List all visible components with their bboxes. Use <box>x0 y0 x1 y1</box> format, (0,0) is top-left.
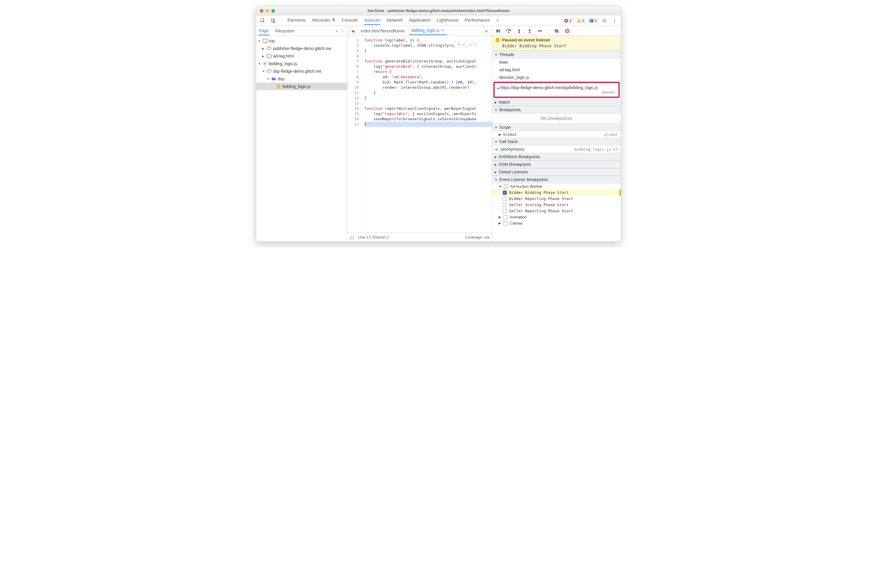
debugger-panel: Paused on event listener Bidder Bidding … <box>492 26 621 242</box>
thread-bidding-logic-highlighted[interactable]: ➔ https://dsp-fledge-demo.glitch.me/dsp/… <box>493 82 620 98</box>
checkbox-mixed-icon[interactable]: – <box>504 184 508 189</box>
tab-lighthouse[interactable]: Lighthouse <box>437 16 458 25</box>
section-watch[interactable]: ▶Watch <box>492 98 621 106</box>
tab-elements[interactable]: Elements <box>287 16 306 25</box>
svg-rect-14 <box>267 54 271 58</box>
navigator-panel: Page Filesystem » ⋮ ▼top ▶publisher-fled… <box>256 26 347 242</box>
checkbox-icon[interactable] <box>503 209 507 213</box>
navigator-overflow-icon[interactable]: » <box>335 28 338 33</box>
tab-filesystem[interactable]: Filesystem <box>275 27 295 35</box>
nav-back-icon[interactable]: ◀ <box>349 27 356 34</box>
evbp-cat-canvas[interactable]: ▶Canvas <box>492 220 621 226</box>
settings-icon[interactable] <box>600 16 609 25</box>
section-threads[interactable]: ▼Threads <box>492 51 621 58</box>
titlebar: DevTools - publisher-fledge-demo.glitch.… <box>256 6 621 15</box>
evbp-seller-scoring-start[interactable]: Seller Scoring Phase Start <box>492 202 621 208</box>
callstack-frame[interactable]: ➔(anonymous)bidding_logic.js:17 <box>492 146 621 153</box>
svg-point-20 <box>538 30 539 31</box>
resume-icon[interactable] <box>495 27 502 34</box>
deactivate-breakpoints-icon[interactable] <box>553 27 560 34</box>
code-editor[interactable]: 1 2 3 4 5 6 7 8 9 10 11 12 13 14 15 16 1… <box>347 36 492 233</box>
checkbox-icon[interactable] <box>503 203 507 207</box>
step-over-icon[interactable] <box>505 27 512 34</box>
gear-icon <box>263 61 267 66</box>
editor-tab-bidding-logic[interactable]: bidding_logic.js✕ <box>409 27 447 35</box>
editor-statusbar: { } Line 17, Column 2 Coverage: n/a <box>347 233 492 242</box>
warning-count-badge[interactable]: 1 <box>575 18 586 23</box>
thread-decision[interactable]: decision_logic.js <box>492 74 621 81</box>
evbp-cat-animation[interactable]: ▶Animation <box>492 214 621 220</box>
tab-performance[interactable]: Performance <box>465 16 490 25</box>
section-event-listener-bp[interactable]: ▼Event Listener Breakpoints <box>492 176 621 183</box>
editor-tabs: ◀ index.html?fencedframe bidding_logic.j… <box>347 26 492 36</box>
tree-folder-dsp[interactable]: ▼dsp <box>256 75 347 82</box>
main-toolbar: Elements Recorder ⚗ Console Sources Netw… <box>256 15 621 26</box>
maximize-window-icon[interactable] <box>271 9 275 12</box>
line-gutter: 1 2 3 4 5 6 7 8 9 10 11 12 13 14 15 16 1… <box>347 36 362 233</box>
pause-exceptions-icon[interactable] <box>564 27 571 34</box>
more-icon[interactable] <box>610 16 618 25</box>
debugger-toolbar <box>492 26 621 36</box>
checkbox-icon[interactable] <box>503 215 507 219</box>
section-callstack[interactable]: ▼Call Stack <box>492 138 621 146</box>
checkbox-icon[interactable] <box>503 197 507 201</box>
svg-point-18 <box>519 32 520 33</box>
step-icon[interactable] <box>537 27 544 34</box>
evbp-bidder-reporting-start[interactable]: Bidder Reporting Phase Start <box>492 196 621 202</box>
section-xhr[interactable]: ▶XHR/fetch Breakpoints <box>492 153 621 160</box>
nav-forward-icon[interactable]: ▶ <box>483 27 490 34</box>
tabs-overflow-icon[interactable]: » <box>496 16 499 25</box>
tab-console[interactable]: Console <box>341 16 358 25</box>
evbp-bidder-bidding-start[interactable]: ✓Bidder Bidding Phase Start <box>492 189 621 196</box>
tab-page[interactable]: Page <box>259 27 269 35</box>
current-thread-arrow-icon: ➔ <box>496 86 500 90</box>
section-breakpoints[interactable]: ▼Breakpoints <box>492 106 621 114</box>
inspect-icon[interactable] <box>259 16 267 25</box>
issues-count-badge[interactable]: 1 <box>588 18 599 23</box>
thread-adtag[interactable]: ad-tag.html <box>492 66 621 74</box>
error-count-badge[interactable]: 1 <box>563 18 573 23</box>
section-scope[interactable]: ▼Scope <box>492 123 621 131</box>
folder-icon <box>271 76 276 81</box>
checkbox-icon[interactable] <box>503 221 507 225</box>
svg-rect-5 <box>579 21 579 22</box>
tree-origin-dsp[interactable]: ▼dsp-fledge-demo.glitch.me <box>256 68 347 75</box>
step-out-icon[interactable] <box>526 27 533 34</box>
panel-tabs: Elements Recorder ⚗ Console Sources Netw… <box>287 16 560 25</box>
evbp-cat-ad-auction[interactable]: ▼–Ad Auction Worklet <box>492 183 621 189</box>
tab-sources[interactable]: Sources <box>364 16 380 25</box>
step-into-icon[interactable] <box>516 27 523 34</box>
info-icon <box>495 38 500 42</box>
svg-rect-8 <box>590 21 591 21</box>
checkbox-checked-icon[interactable]: ✓ <box>503 190 507 195</box>
scope-global[interactable]: ▶ Globalglobal <box>492 131 621 138</box>
tree-file-bidding-logic[interactable]: bidding_logic.js <box>256 82 347 90</box>
editor-tab-index[interactable]: index.html?fencedframe <box>358 27 407 34</box>
evbp-seller-reporting-start[interactable]: Seller Reporting Phase Start <box>492 208 621 214</box>
svg-point-19 <box>530 32 530 33</box>
js-file-icon <box>276 84 281 89</box>
svg-rect-22 <box>566 30 567 32</box>
close-window-icon[interactable] <box>260 9 263 12</box>
close-icon[interactable]: ✕ <box>441 28 444 32</box>
tree-frame-top[interactable]: ▼top <box>256 37 347 45</box>
tab-application[interactable]: Application <box>409 16 430 25</box>
device-toggle-icon[interactable] <box>269 16 277 25</box>
source-code: function log(label, o) { console.log(lab… <box>362 36 492 233</box>
svg-point-9 <box>604 20 605 21</box>
devtools-window: DevTools - publisher-fledge-demo.glitch.… <box>256 6 621 242</box>
navigator-more-icon[interactable]: ⋮ <box>341 28 345 33</box>
tree-worklet[interactable]: ▼bidding_logic.js <box>256 60 347 68</box>
tree-frame-adtag[interactable]: ▶ad-tag.html <box>256 52 347 60</box>
format-icon[interactable]: { } <box>350 235 354 239</box>
section-dom[interactable]: ▶DOM Breakpoints <box>492 160 621 168</box>
minimize-window-icon[interactable] <box>266 9 269 12</box>
svg-point-12 <box>614 22 615 22</box>
tree-origin-publisher[interactable]: ▶publisher-fledge-demo.glitch.me <box>256 45 347 52</box>
frame-icon <box>263 39 267 43</box>
tab-network[interactable]: Network <box>387 16 403 25</box>
thread-main[interactable]: Main <box>492 58 621 66</box>
section-global-listeners[interactable]: ▶Global Listeners <box>492 168 621 176</box>
svg-rect-16 <box>499 29 500 33</box>
tab-recorder[interactable]: Recorder ⚗ <box>312 16 335 25</box>
